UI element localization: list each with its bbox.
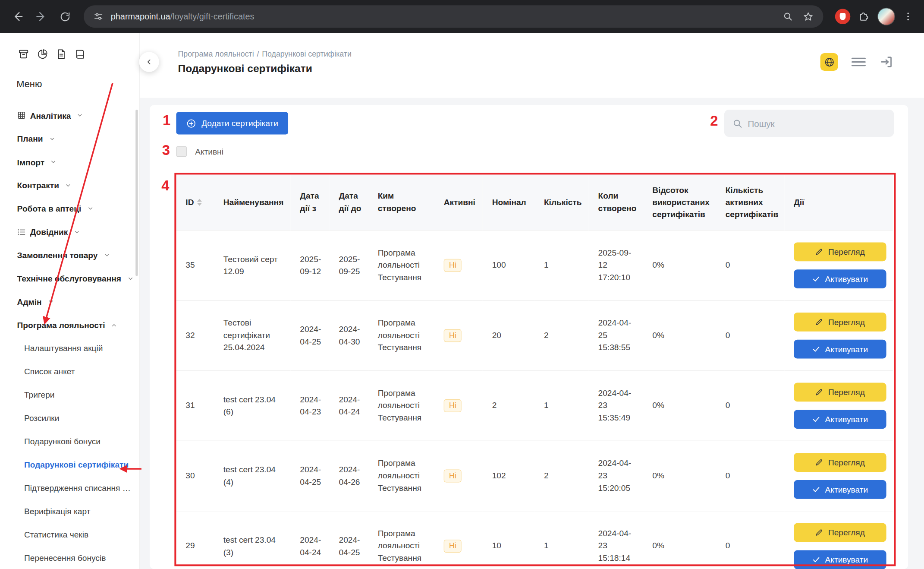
sidebar-item-admin[interactable]: Адмін — [0, 290, 139, 313]
search-input[interactable] — [748, 118, 886, 128]
activate-button[interactable]: Активувати — [794, 339, 886, 358]
activate-button-label: Активувати — [825, 555, 868, 564]
sidebar-collapse-button[interactable] — [139, 52, 159, 72]
cell-created-at: 2024-04-25 15:38:55 — [589, 300, 643, 370]
sidebar-item-label: Робота в аптеці — [17, 204, 82, 213]
sidebar-item-gift-bonuses[interactable]: Подарункові бонуси — [0, 430, 139, 453]
address-bar[interactable]: pharmapoint.ua/loyalty/gift-certificates — [84, 5, 823, 28]
sidebar-item-plans[interactable]: Плани — [0, 127, 139, 150]
cell-nominal: 20 — [483, 300, 534, 370]
cell-date-from: 2024-04-25 — [290, 440, 329, 511]
sidebar-item-pharmacy-work[interactable]: Робота в аптеці — [0, 197, 139, 220]
check-icon — [812, 485, 820, 493]
sidebar-item-bonus-transfer[interactable]: Перенесення бонусів — [0, 547, 139, 569]
cell-date-to: 2024-04-26 — [330, 440, 368, 511]
sidebar-item-mailings[interactable]: Розсилки — [0, 407, 139, 430]
sidebar-item-analytics[interactable]: Аналітика — [0, 104, 139, 127]
column-header-used-percent: Відсоток використаних сертифікатів — [643, 174, 716, 230]
document-icon[interactable] — [55, 48, 67, 60]
adblock-extension-icon[interactable] — [835, 9, 851, 24]
sidebar-item-bonus-writeoff-confirm[interactable]: Підтвердження списання бону... — [0, 477, 139, 500]
archive-icon[interactable] — [18, 48, 29, 60]
sidebar-item-goods-orders[interactable]: Замовлення товару — [0, 243, 139, 267]
sidebar-item-receipt-stats[interactable]: Статистика чеків — [0, 523, 139, 547]
hamburger-icon — [851, 56, 867, 68]
screen: pharmapoint.ua/loyalty/gift-certificates… — [0, 0, 924, 569]
chevron-down-icon — [127, 275, 134, 282]
sidebar-item-questionnaires[interactable]: Список анкет — [0, 360, 139, 383]
sidebar-item-loyalty-program[interactable]: Програма лояльності — [0, 313, 139, 337]
view-button[interactable]: Перегляд — [794, 523, 886, 542]
chevron-down-icon — [47, 299, 54, 305]
language-globe-button[interactable] — [820, 53, 838, 71]
cell-used-percent: 0% — [643, 300, 716, 370]
cell-actions: Перегляд Активувати — [784, 230, 893, 300]
activate-button[interactable]: Активувати — [794, 410, 886, 429]
browser-forward-button[interactable] — [31, 6, 52, 27]
cell-date-from: 2024-04-24 — [290, 511, 329, 569]
sidebar-item-gift-certificates[interactable]: Подарункові сертифікати — [0, 453, 139, 477]
sidebar-item-import[interactable]: Імпорт — [0, 150, 139, 174]
page-header: Програма лояльності/Подарункові сертифік… — [139, 33, 924, 98]
browser-reload-button[interactable] — [54, 6, 75, 27]
sidebar-item-contracts[interactable]: Контракти — [0, 174, 139, 197]
cell-created-at: 2025-09-12 17:20:10 — [589, 230, 643, 300]
cell-name: test cert 23.04 (3) — [214, 511, 291, 569]
browser-menu-icon[interactable] — [903, 11, 914, 22]
column-header-id[interactable]: ID — [176, 174, 214, 230]
browser-back-button[interactable] — [7, 6, 28, 27]
sidebar-scrollbar[interactable] — [135, 110, 138, 276]
sidebar-item-label: Замовлення товару — [17, 250, 98, 260]
sidebar-item-triggers[interactable]: Тригери — [0, 383, 139, 407]
cell-active-count: 0 — [716, 511, 784, 569]
url-path: /loyalty/gift-certificates — [170, 12, 254, 21]
sidebar-item-label: Аналітика — [30, 111, 71, 120]
certificates-card: Додати сертифікати Активні — [150, 105, 908, 569]
cell-name: test cert 23.04 (4) — [214, 440, 291, 511]
add-certificates-button[interactable]: Додати сертифікати — [176, 112, 288, 135]
chevron-down-icon — [77, 112, 83, 119]
view-button-label: Перегляд — [828, 247, 865, 256]
sidebar-item-tech-service[interactable]: Технічне обслуговування — [0, 267, 139, 290]
pencil-icon — [815, 458, 823, 466]
profile-avatar[interactable] — [877, 8, 895, 25]
cell-used-percent: 0% — [643, 230, 716, 300]
view-button[interactable]: Перегляд — [794, 382, 886, 401]
sidebar-item-card-verification[interactable]: Верифікація карт — [0, 500, 139, 523]
sidebar-item-directory[interactable]: Довідник — [0, 220, 139, 243]
column-header-active: Активні — [434, 174, 483, 230]
header-menu-button[interactable] — [851, 56, 867, 68]
bookmark-star-icon[interactable] — [803, 11, 814, 22]
cell-created-at: 2024-04-23 15:18:14 — [589, 511, 643, 569]
cell-name: Тестовий серт 12.09 — [214, 230, 291, 300]
column-header-name: Найменування — [214, 174, 291, 230]
table-row: 35 Тестовий серт 12.09 2025-09-12 2025-0… — [176, 230, 893, 300]
pencil-icon — [815, 528, 823, 536]
reload-icon — [59, 11, 70, 22]
app-window: Меню Аналітика Плани Імпорт Контракти — [0, 33, 924, 569]
sidebar-item-label: Технічне обслуговування — [17, 274, 121, 283]
cell-active: Ні — [434, 370, 483, 441]
column-header-quantity: Кількість — [534, 174, 589, 230]
sidebar-item-promo-settings[interactable]: Налаштування акцій — [0, 337, 139, 360]
activate-button[interactable]: Активувати — [794, 550, 886, 569]
sort-icon — [197, 199, 202, 205]
extensions-puzzle-icon[interactable] — [858, 11, 870, 22]
site-settings-icon[interactable] — [93, 11, 104, 22]
sidebar: Меню Аналітика Плани Імпорт Контракти — [0, 33, 139, 569]
view-button[interactable]: Перегляд — [794, 242, 886, 261]
view-button[interactable]: Перегляд — [794, 452, 886, 471]
book-icon[interactable] — [74, 48, 86, 60]
view-button[interactable]: Перегляд — [794, 312, 886, 331]
cell-date-to: 2025-09-25 — [330, 230, 368, 300]
logout-button[interactable] — [879, 55, 893, 69]
zoom-search-icon[interactable] — [783, 11, 793, 22]
card-toolbar: Додати сертифікати — [176, 110, 894, 137]
active-filter-checkbox[interactable] — [176, 146, 187, 157]
pie-chart-icon[interactable] — [37, 48, 48, 60]
chevron-down-icon — [49, 136, 55, 142]
activate-button[interactable]: Активувати — [794, 269, 886, 288]
activate-button[interactable]: Активувати — [794, 480, 886, 499]
cell-created-at: 2024-04-23 15:35:49 — [589, 370, 643, 441]
breadcrumb-loyalty[interactable]: Програма лояльності — [178, 50, 254, 58]
